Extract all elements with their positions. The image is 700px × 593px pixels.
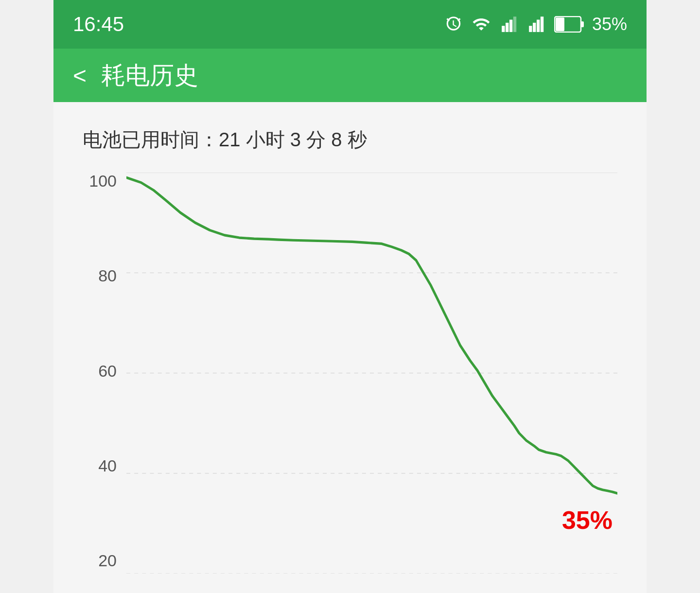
- back-button[interactable]: <: [73, 62, 87, 89]
- battery-icon: [554, 16, 584, 33]
- svg-rect-3: [513, 17, 516, 32]
- y-label-80: 80: [83, 267, 117, 284]
- battery-chart: 100 80 60 40 20: [83, 173, 617, 574]
- svg-rect-1: [506, 23, 508, 32]
- y-axis: 100 80 60 40 20: [83, 173, 117, 574]
- battery-time-info: 电池已用时间：21 小时 3 分 8 秒: [83, 126, 617, 153]
- status-bar: 16:45: [53, 0, 647, 49]
- svg-rect-2: [509, 20, 512, 32]
- signal-icon-2: [527, 15, 546, 34]
- svg-rect-5: [533, 23, 536, 32]
- status-icons: 35%: [444, 14, 627, 35]
- battery-line: [126, 177, 617, 493]
- svg-rect-0: [502, 26, 505, 32]
- phone-screen: 16:45: [53, 0, 647, 593]
- battery-chart-svg: [126, 173, 617, 574]
- signal-icon-1: [500, 15, 519, 34]
- svg-rect-6: [537, 20, 540, 32]
- svg-rect-10: [556, 17, 564, 31]
- status-time: 16:45: [73, 13, 124, 36]
- current-percentage-label: 35%: [562, 506, 612, 535]
- alarm-icon: [444, 15, 463, 34]
- y-label-60: 60: [83, 363, 117, 379]
- main-content: 电池已用时间：21 小时 3 分 8 秒 100 80 60 40 20: [53, 102, 647, 593]
- y-label-100: 100: [83, 173, 117, 189]
- chart-plot-area: 35%: [126, 173, 617, 574]
- nav-bar: < 耗电历史: [53, 49, 647, 102]
- svg-rect-7: [541, 17, 543, 32]
- y-label-40: 40: [83, 457, 117, 474]
- svg-rect-4: [529, 26, 532, 32]
- page-title: 耗电历史: [101, 59, 198, 92]
- wifi-icon: [471, 15, 492, 34]
- y-label-20: 20: [83, 552, 117, 569]
- svg-rect-9: [581, 21, 584, 27]
- battery-percentage: 35%: [592, 14, 627, 35]
